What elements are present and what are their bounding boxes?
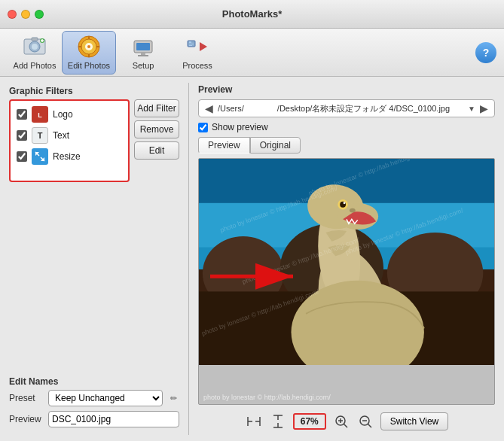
- edit-photos-button[interactable]: Edit Photos: [62, 31, 116, 75]
- window-title: PhotoMarks*: [222, 8, 282, 20]
- edit-photos-icon: [77, 35, 101, 59]
- text-filter-icon: T: [32, 127, 48, 144]
- fit-height-button[interactable]: [269, 412, 287, 430]
- preset-select[interactable]: Keep Unchanged: [48, 390, 163, 406]
- resize-checkbox[interactable]: [17, 151, 27, 162]
- remove-filter-button[interactable]: Remove: [134, 120, 179, 138]
- graphic-filters-label: Graphic Filters: [9, 86, 179, 96]
- add-filter-button[interactable]: Add Filter: [134, 99, 179, 117]
- filters-container: L Logo T Text: [9, 99, 179, 182]
- graphic-filters-section: Graphic Filters L Logo: [9, 86, 179, 182]
- file-path: /Users/ /Desktop/名称未設定フォルダ 4/DSC_0100.jp…: [218, 103, 465, 114]
- main-content: Graphic Filters L Logo: [0, 77, 504, 441]
- add-photos-icon: [23, 35, 47, 59]
- svg-point-10: [87, 45, 90, 48]
- logo-filter-name: Logo: [53, 109, 73, 120]
- edit-filter-button[interactable]: Edit: [134, 141, 179, 160]
- svg-line-66: [344, 424, 347, 427]
- tab-preview[interactable]: Preview: [198, 137, 250, 154]
- show-preview-row: Show preview: [198, 122, 495, 132]
- image-container: photo by lonestar © http://lab.hendigi.c…: [198, 158, 495, 405]
- close-button[interactable]: [8, 10, 17, 19]
- svg-rect-22: [189, 45, 192, 46]
- preset-edit-icon[interactable]: ✏: [167, 392, 179, 404]
- zoom-out-button[interactable]: [356, 412, 374, 430]
- path-forward-button[interactable]: ▶: [478, 102, 490, 114]
- setup-button[interactable]: Setup: [116, 31, 170, 75]
- titlebar: PhotoMarks*: [0, 0, 504, 29]
- preview-section-label: Preview: [198, 84, 495, 95]
- edit-names-section: Edit Names Preset Keep Unchanged ✏ Previ…: [9, 376, 179, 432]
- svg-point-46: [350, 208, 356, 213]
- preview-tabs: Preview Original: [198, 137, 495, 154]
- left-panel: Graphic Filters L Logo: [0, 77, 188, 441]
- process-label: Process: [182, 61, 212, 70]
- filters-list: L Logo T Text: [9, 99, 130, 182]
- preview-name-input[interactable]: [48, 411, 179, 427]
- svg-rect-18: [138, 55, 148, 56]
- svg-text:L: L: [38, 111, 42, 119]
- setup-icon: [131, 35, 155, 59]
- window-buttons: [8, 10, 44, 19]
- edit-names-label: Edit Names: [9, 376, 179, 387]
- preview-row: Preview: [9, 411, 179, 427]
- photo-caption: photo by lonestar © http://lab.hendigi.c…: [203, 394, 331, 401]
- path-dropdown-icon[interactable]: ▼: [468, 105, 475, 113]
- help-button[interactable]: ?: [475, 42, 496, 63]
- svg-rect-16: [136, 43, 150, 50]
- tab-original[interactable]: Original: [250, 137, 301, 154]
- svg-rect-3: [32, 38, 38, 41]
- filter-item-resize[interactable]: Resize: [14, 146, 125, 167]
- resize-filter-name: Resize: [53, 151, 81, 162]
- minimize-button[interactable]: [21, 10, 30, 19]
- show-preview-label: Show preview: [212, 122, 268, 132]
- switch-view-button[interactable]: Switch View: [380, 412, 448, 430]
- logo-checkbox[interactable]: [17, 109, 27, 120]
- path-back-button[interactable]: ◀: [203, 102, 215, 114]
- filter-action-buttons: Add Filter Remove Edit: [134, 99, 179, 160]
- svg-point-2: [32, 44, 38, 50]
- svg-rect-21: [189, 44, 194, 44]
- svg-point-45: [344, 202, 346, 204]
- setup-label: Setup: [133, 61, 154, 70]
- help-icon: ?: [483, 47, 490, 59]
- show-preview-checkbox[interactable]: [198, 123, 208, 132]
- right-panel: Preview ◀ /Users/ /Desktop/名称未設定フォルダ 4/D…: [189, 77, 504, 441]
- preset-label: Preset: [9, 393, 44, 403]
- svg-marker-23: [200, 42, 207, 51]
- path-bar: ◀ /Users/ /Desktop/名称未設定フォルダ 4/DSC_0100.…: [198, 99, 495, 117]
- zoom-in-button[interactable]: [332, 412, 350, 430]
- toolbar: Add Photos Edit Photos: [0, 29, 504, 77]
- edit-photos-label: Edit Photos: [68, 61, 110, 70]
- add-photos-label: Add Photos: [14, 61, 57, 70]
- zoom-bar: 67% Switch View: [198, 409, 495, 433]
- logo-filter-icon: L: [32, 106, 48, 123]
- process-button[interactable]: Process: [170, 31, 225, 75]
- preview-name-label: Preview: [9, 414, 44, 424]
- filter-item-text[interactable]: T Text: [14, 125, 125, 146]
- svg-line-69: [368, 424, 371, 427]
- resize-filter-icon: [32, 148, 48, 165]
- process-icon: [185, 35, 209, 59]
- svg-rect-20: [189, 41, 191, 43]
- text-checkbox[interactable]: [17, 130, 27, 141]
- filter-item-logo[interactable]: L Logo: [14, 104, 125, 125]
- add-photos-button[interactable]: Add Photos: [8, 31, 62, 75]
- maximize-button[interactable]: [35, 10, 44, 19]
- text-filter-name: Text: [53, 130, 69, 141]
- zoom-percent[interactable]: 67%: [293, 413, 326, 430]
- preset-row: Preset Keep Unchanged ✏: [9, 390, 179, 406]
- fit-width-button[interactable]: [245, 412, 263, 430]
